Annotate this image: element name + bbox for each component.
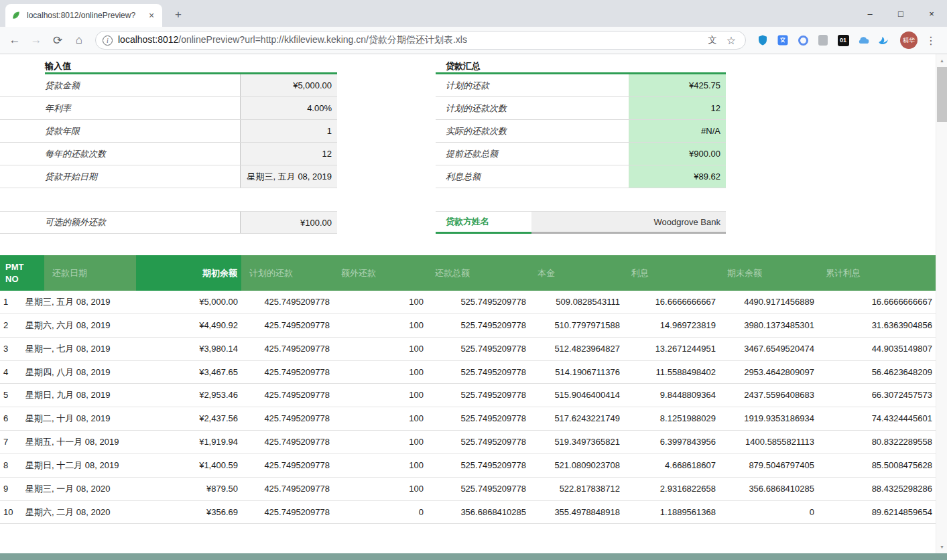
lender-label: 贷款方姓名 [436, 212, 531, 234]
summary-row-label: 计划的还款次数 [436, 97, 629, 119]
table-cell: 1400.5855821113 [719, 431, 818, 454]
table-cell: 9 [0, 477, 22, 500]
table-cell: 74.4324445601 [818, 407, 936, 431]
forward-button[interactable]: → [27, 31, 46, 50]
table-cell: 4 [0, 360, 22, 384]
page-info-icon[interactable]: i [103, 36, 113, 46]
summary-row: 利息总额¥89.62 [436, 165, 726, 188]
input-row-label: 年利率 [0, 97, 240, 119]
translate-extension-icon[interactable] [775, 33, 790, 48]
profile-avatar[interactable]: 精华 [900, 31, 918, 49]
column-header: 利息 [623, 255, 719, 291]
table-row: 4星期四, 八月 08, 2019¥3,467.65425.7495209778… [0, 360, 936, 384]
table-cell: 525.7495209778 [427, 337, 529, 360]
back-button[interactable]: ← [5, 31, 24, 50]
summary-row-value: ¥89.62 [629, 165, 726, 188]
browser-window: localhost:8012/onlinePreview? × + – □ × … [0, 0, 947, 560]
input-row-value: 4.00% [240, 97, 337, 119]
extra-payment-value: ¥100.00 [240, 212, 337, 233]
schedule-header: PMT NO还款日期期初余额计划的还款额外还款还款总额本金利息期末余额累计利息 [0, 255, 936, 291]
table-cell: 星期日, 十二月 08, 2019 [22, 453, 136, 477]
table-cell: 星期一, 七月 08, 2019 [22, 337, 136, 360]
browser-menu-icon[interactable]: ⋮ [923, 32, 939, 48]
table-cell: 100 [333, 431, 427, 454]
table-cell: ¥356.69 [136, 500, 241, 524]
table-cell: 519.3497365821 [529, 431, 623, 454]
table-cell: 80.8322289558 [818, 431, 936, 454]
bookmark-star-icon[interactable]: ☆ [724, 33, 739, 48]
sheet: 输入值 贷款金额¥5,000.00年利率4.00%贷款年限1每年的还款次数12贷… [0, 54, 936, 524]
gray-extension-icon[interactable] [816, 33, 830, 48]
table-cell: 100 [333, 291, 427, 313]
table-cell: 525.7495209778 [427, 407, 529, 431]
table-row: 1星期三, 五月 08, 2019¥5,000.00425.7495209778… [0, 291, 936, 313]
scroll-down-icon[interactable]: ▼ [936, 541, 947, 553]
input-row: 每年的还款次数12 [0, 143, 337, 165]
home-button[interactable]: ⌂ [70, 31, 88, 50]
table-cell: 100 [333, 313, 427, 337]
01-badge-extension-icon[interactable]: 01 [836, 33, 850, 48]
scroll-up-icon[interactable]: ▲ [936, 55, 947, 66]
table-cell: 66.3072457573 [818, 384, 936, 407]
extra-payment-row: 可选的额外还款 ¥100.00 [0, 211, 337, 234]
table-cell: 509.0828543111 [529, 291, 623, 313]
input-row: 贷款年限1 [0, 120, 337, 143]
table-cell: ¥3,467.65 [136, 360, 241, 384]
table-cell: 0 [719, 500, 818, 524]
table-cell: 14.969723819 [623, 313, 719, 337]
column-header: 期初余额 [136, 255, 241, 291]
summary-row: 提前还款总额¥900.00 [436, 143, 726, 165]
summary-panel: 贷款汇总 计划的还款¥425.75计划的还款次数12实际的还款次数#N/A提前还… [436, 56, 726, 234]
table-cell: ¥1,919.94 [136, 431, 241, 454]
summary-row-label: 计划的还款 [436, 74, 629, 96]
column-header: 还款日期 [44, 255, 136, 291]
table-cell: 355.4978848918 [529, 500, 623, 524]
table-cell: ¥1,400.59 [136, 453, 241, 477]
shield-extension-icon[interactable] [755, 33, 770, 48]
table-cell: 2.9316822658 [623, 477, 719, 500]
input-panel: 输入值 贷款金额¥5,000.00年利率4.00%贷款年限1每年的还款次数12贷… [0, 56, 337, 234]
scrollbar-thumb[interactable] [937, 67, 947, 122]
table-cell: 56.4623648209 [818, 360, 936, 384]
table-cell: 100 [333, 360, 427, 384]
minimize-button[interactable]: – [855, 0, 885, 27]
address-bar[interactable]: i localhost:8012/onlinePreview?url=http:… [95, 31, 746, 50]
table-row: 8星期日, 十二月 08, 2019¥1,400.59425.749520977… [0, 453, 936, 477]
table-cell: 425.7495209778 [241, 453, 333, 477]
table-row: 3星期一, 七月 08, 2019¥3,980.14425.7495209778… [0, 337, 936, 360]
maximize-button[interactable]: □ [885, 0, 916, 27]
column-header: 额外还款 [333, 255, 427, 291]
table-cell: 8.1251988029 [623, 407, 719, 431]
input-row: 贷款开始日期星期三, 五月 08, 2019 [0, 165, 337, 188]
table-cell: ¥2,437.56 [136, 407, 241, 431]
summary-row-value: #N/A [629, 120, 726, 142]
column-header: PMT NO [0, 255, 44, 291]
input-row-value: 星期三, 五月 08, 2019 [240, 165, 337, 188]
vertical-scrollbar[interactable]: ▲ ▼ [936, 54, 947, 553]
table-cell: 425.7495209778 [241, 407, 333, 431]
table-cell: 425.7495209778 [241, 384, 333, 407]
table-cell: 2953.4642809097 [719, 360, 818, 384]
table-cell: 85.5008475628 [818, 453, 936, 477]
ring-extension-icon[interactable] [796, 33, 810, 48]
bird-extension-icon[interactable] [876, 33, 891, 48]
translate-page-icon[interactable]: 文 [705, 33, 720, 48]
tab-close-icon[interactable]: × [146, 10, 157, 21]
table-cell: 100 [333, 337, 427, 360]
table-cell: 星期六, 二月 08, 2020 [22, 500, 136, 524]
kkfileview-leaf-favicon [11, 10, 21, 21]
summary-row-value: ¥900.00 [629, 143, 726, 165]
table-cell: 100 [333, 453, 427, 477]
reload-button[interactable]: ⟳ [48, 31, 67, 50]
table-cell: 1 [0, 291, 22, 313]
new-tab-button[interactable]: + [170, 7, 186, 23]
table-cell: 3467.6549520474 [719, 337, 818, 360]
table-cell: 425.7495209778 [241, 477, 333, 500]
table-row: 2星期六, 六月 08, 2019¥4,490.92425.7495209778… [0, 313, 936, 337]
table-row: 10星期六, 二月 08, 2020¥356.69425.74952097780… [0, 500, 936, 524]
close-button[interactable]: × [916, 0, 947, 27]
table-cell: 522.817838712 [529, 477, 623, 500]
table-cell: 514.1906711376 [529, 360, 623, 384]
cloud-extension-icon[interactable] [856, 33, 871, 48]
browser-tab[interactable]: localhost:8012/onlinePreview? × [5, 4, 162, 27]
